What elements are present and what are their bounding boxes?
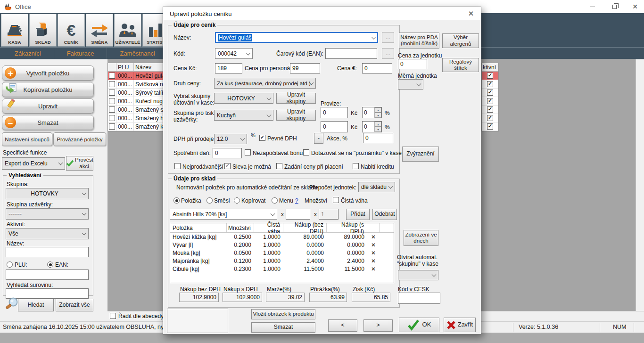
excise-input[interactable]: 0 <box>213 148 242 158</box>
copy-item-button[interactable]: Kopírovat položku <box>2 82 94 97</box>
pda-name-button[interactable]: Název pro PDA (mobilní číšník) <box>399 33 439 49</box>
closing-group-select[interactable]: ------- <box>6 208 89 220</box>
commission-pct1-spinner[interactable]: 0 <box>362 107 382 118</box>
enter-price-checkbox[interactable] <box>276 163 282 169</box>
ingredient-select[interactable]: Absinth Hills 70% [ks] <box>170 209 277 220</box>
row-checkbox[interactable] <box>109 115 115 121</box>
remove-ingredient-button[interactable]: Odebrat <box>372 209 397 220</box>
row-checkbox[interactable] <box>109 90 115 96</box>
insert-image-button[interactable]: Vložit obrázek k produktu <box>251 309 315 319</box>
dlg-code-combobox[interactable]: 000042 <box>215 48 253 59</box>
menu-fakturace[interactable]: Fakturace <box>54 48 107 59</box>
ean-radio[interactable] <box>47 261 53 268</box>
delete-item-button[interactable]: – Smazat <box>2 115 94 130</box>
net-weight-checkbox[interactable] <box>333 197 339 203</box>
row-checkbox[interactable] <box>109 98 115 104</box>
spin-down-icon[interactable] <box>375 127 381 132</box>
fixed-vat-checkbox[interactable] <box>259 135 265 141</box>
cancel-button[interactable]: Zavřít <box>444 318 476 332</box>
table-row[interactable] <box>482 80 498 89</box>
commission-pct2-spinner[interactable]: 0 <box>362 121 382 132</box>
restore-button[interactable] <box>607 2 621 11</box>
ingredient-row[interactable]: Mouka [kg] 0.0500 1.0000 0.0000 0.0000 ✕ <box>170 249 394 257</box>
days-view-button[interactable]: Zobrazení ve dnech <box>404 230 438 246</box>
toolbar-sklad[interactable]: SKLAD <box>29 14 57 47</box>
table-row[interactable] <box>482 106 498 114</box>
cesk-input[interactable] <box>398 293 440 304</box>
commission-kc2-input[interactable]: 0 <box>321 121 348 132</box>
active-checkbox[interactable] <box>487 123 493 130</box>
auto-open-select[interactable] <box>398 270 438 280</box>
unit-price-input[interactable]: 0 <box>398 59 427 69</box>
edit-print-groups-button[interactable]: Upravit skupiny <box>276 110 316 121</box>
execute-action-button[interactable]: Provést akci <box>66 156 93 171</box>
ingredient-row[interactable]: Cibule [kg] 0.2300 1.0000 11.5000 11.500… <box>170 265 394 273</box>
active-checkbox[interactable] <box>487 81 493 87</box>
row-checkbox[interactable] <box>109 73 115 79</box>
highlight-button[interactable]: Zvýraznění <box>402 147 439 162</box>
vat-select[interactable]: 12.0 <box>214 134 247 144</box>
bestseller-checkbox[interactable] <box>174 163 181 169</box>
menu-zakaznici[interactable]: Zákazníci <box>2 48 54 59</box>
commission-kc1-input[interactable]: 0 <box>321 107 348 118</box>
active-checkbox[interactable] <box>487 90 493 96</box>
dlg-eur-price-input[interactable]: 0 <box>362 63 392 74</box>
convert-units-select[interactable]: dle skladu <box>358 182 395 192</box>
toolbar-uzivatele[interactable]: UŽIVATELÉ <box>114 14 141 47</box>
dlg-group-select[interactable]: HOTOVKY <box>214 93 273 104</box>
export-select[interactable]: Export do Excelu <box>2 157 65 170</box>
dlg-ean-input[interactable] <box>325 48 377 59</box>
table-row[interactable] <box>482 89 498 97</box>
dlg-price-type-select[interactable]: Za kus (restaurace, drobný prodej atd.) <box>214 78 316 89</box>
ingredient-row[interactable]: Majoránka [kg] 0.1200 1.0000 2.4000 2.40… <box>170 257 394 265</box>
dlg-staff-price-input[interactable]: 99 <box>290 63 320 74</box>
next-item-button[interactable]: > <box>363 319 393 332</box>
active-checkbox[interactable] <box>487 73 493 79</box>
active-checkbox[interactable] <box>487 98 493 104</box>
discount-allowed-checkbox[interactable] <box>224 163 231 169</box>
plu-ean-input[interactable] <box>6 270 89 280</box>
vertical-scrollbar[interactable] <box>636 59 644 311</box>
name-more-button[interactable]: ... <box>382 32 394 43</box>
active-column-header[interactable]: ktivní <box>482 63 498 72</box>
menu-zamestnanci[interactable]: Zaměstnanci <box>107 48 168 59</box>
dlg-name-combobox[interactable]: Hovězí guláš <box>215 32 378 43</box>
sort-alpha-checkbox[interactable] <box>110 313 116 319</box>
close-button[interactable]: ✕ <box>628 2 642 11</box>
active-checkbox[interactable] <box>487 106 493 113</box>
toolbar-kasa[interactable]: KASA <box>1 14 28 47</box>
delete-row-icon[interactable]: ✕ <box>367 242 380 248</box>
spin-down-icon[interactable] <box>375 113 381 118</box>
ingredient-row[interactable]: Hovězí kližka [kg] 0.2500 1.0000 89.0000… <box>170 233 394 241</box>
tab-linked-items[interactable]: Provázané položky <box>53 132 106 146</box>
toolbar-smena[interactable]: SMĚNA <box>86 14 113 47</box>
table-row[interactable] <box>482 97 498 106</box>
dialog-close-button[interactable] <box>463 8 479 19</box>
group-select[interactable]: HOTOVKY <box>6 188 89 199</box>
spin-up-icon[interactable] <box>375 107 381 113</box>
ok-button[interactable]: OK <box>399 318 439 332</box>
add-ingredient-button[interactable]: Přidat <box>346 209 370 220</box>
spin-up-icon[interactable] <box>375 122 381 127</box>
promo-minus-button[interactable]: - <box>314 133 323 144</box>
radio-mix[interactable] <box>206 197 213 204</box>
tab-column-settings[interactable]: Nastavení sloupců <box>2 132 52 146</box>
toolbar-cenik[interactable]: € CENÍK <box>58 14 85 47</box>
edit-groups-button[interactable]: Upravit skupiny <box>276 93 316 104</box>
row-checkbox[interactable] <box>109 81 115 87</box>
delete-row-icon[interactable]: ✕ <box>367 258 380 264</box>
credit-checkbox[interactable] <box>353 163 359 169</box>
create-item-button[interactable]: + Vytvořit položku <box>2 65 94 81</box>
shelf-label-button[interactable]: Regálový štítek <box>442 58 479 72</box>
table-row[interactable] <box>482 114 498 122</box>
table-row-selected[interactable] <box>482 72 498 80</box>
menu-help-link[interactable]: ? <box>295 197 298 204</box>
delete-image-button[interactable]: Smazat <box>251 322 315 333</box>
dlg-print-group-select[interactable]: Kuchyň <box>214 110 273 121</box>
unit-select[interactable] <box>398 79 423 90</box>
no-bonus-checkbox[interactable] <box>245 149 251 155</box>
find-button[interactable]: Hledat <box>18 299 54 311</box>
minimize-button[interactable] <box>585 2 599 11</box>
ean-more-button[interactable]: ... <box>382 48 394 59</box>
active-checkbox[interactable] <box>487 115 493 121</box>
